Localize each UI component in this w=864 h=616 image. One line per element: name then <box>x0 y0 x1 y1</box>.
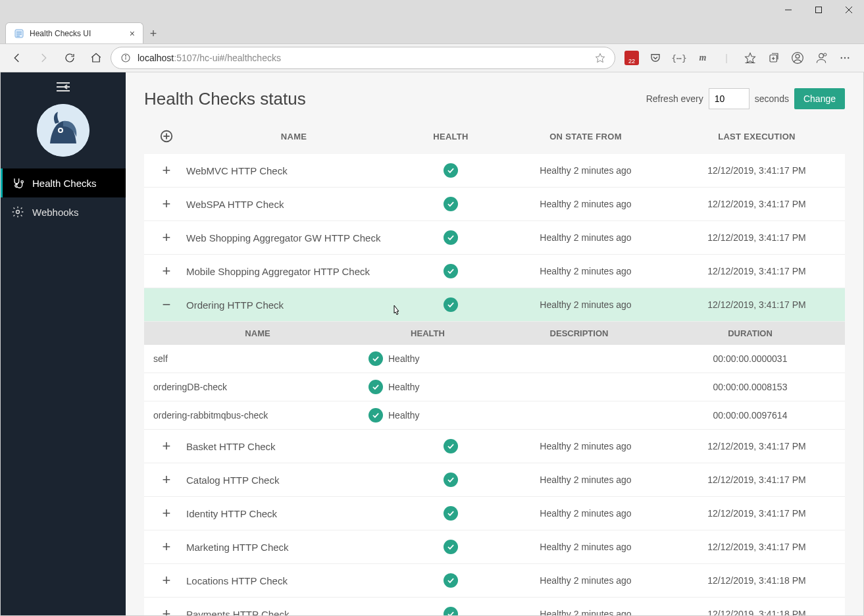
expand-toggle-icon[interactable]: + <box>147 195 186 213</box>
expand-toggle-icon[interactable]: + <box>147 471 186 488</box>
svg-point-10 <box>125 55 126 56</box>
refresh-button[interactable] <box>58 46 82 70</box>
window-maximize-button[interactable] <box>803 0 834 20</box>
sidebar-item-health-checks[interactable]: Health Checks <box>1 168 126 197</box>
row-last-execution: 12/12/2019, 3:41:18 PM <box>671 575 842 586</box>
expand-toggle-icon[interactable]: + <box>147 538 186 555</box>
table-row[interactable]: +WebSPA HTTP CheckHealthy 2 minutes ago1… <box>144 188 845 221</box>
row-health <box>401 540 500 554</box>
row-name: Mobile Shopping Aggregator HTTP Check <box>186 266 401 277</box>
heart-stethoscope-icon <box>11 176 24 190</box>
row-last-execution: 12/12/2019, 3:41:17 PM <box>671 508 842 519</box>
sub-row-duration: 00:00:00.0000031 <box>665 353 836 364</box>
row-last-execution: 12/12/2019, 3:41:17 PM <box>671 199 842 209</box>
sub-row: ordering-rabbitmqbus-checkHealthy00:00:0… <box>144 401 845 430</box>
svg-point-18 <box>796 55 800 59</box>
expand-toggle-icon[interactable]: − <box>147 296 186 313</box>
table-row[interactable]: +WebMVC HTTP CheckHealthy 2 minutes ago1… <box>144 154 845 188</box>
check-icon <box>444 297 458 312</box>
row-health <box>401 197 500 211</box>
tab-close-icon[interactable]: × <box>130 28 135 39</box>
new-tab-button[interactable]: + <box>143 24 163 43</box>
row-health <box>401 573 500 588</box>
site-info-icon[interactable] <box>120 53 131 63</box>
expand-toggle-icon[interactable]: + <box>147 162 186 179</box>
expand-all-icon[interactable] <box>147 129 186 143</box>
col-last: LAST EXECUTION <box>671 132 842 141</box>
row-state: Healthy 2 minutes ago <box>500 299 671 310</box>
check-icon <box>444 573 458 588</box>
browser-tab[interactable]: Health Checks UI × <box>5 22 143 43</box>
refresh-label-post: seconds <box>755 93 789 104</box>
favorites-button[interactable] <box>739 47 761 69</box>
row-health <box>401 506 500 521</box>
table-row[interactable]: +Web Shopping Aggregator GW HTTP CheckHe… <box>144 221 845 255</box>
favorite-star-icon[interactable] <box>595 53 605 63</box>
extension-pocket-icon[interactable] <box>644 47 667 69</box>
sidebar: Health ChecksWebhooks <box>1 72 126 615</box>
table-row[interactable]: +Mobile Shopping Aggregator HTTP CheckHe… <box>144 255 845 288</box>
expand-toggle-icon[interactable]: + <box>147 505 186 522</box>
check-icon <box>444 473 458 487</box>
table-row[interactable]: +Catalog HTTP CheckHealthy 2 minutes ago… <box>144 463 845 497</box>
row-state: Healthy 2 minutes ago <box>500 266 671 276</box>
main-content[interactable]: Health Checks status Refresh every secon… <box>126 72 863 615</box>
expand-toggle-icon[interactable]: + <box>147 263 186 280</box>
table-row[interactable]: +Identity HTTP CheckHealthy 2 minutes ag… <box>144 497 845 530</box>
sidebar-collapse-button[interactable] <box>1 72 126 101</box>
url-text: localhost:5107/hc-ui#/healthchecks <box>138 53 588 63</box>
check-icon <box>444 506 458 521</box>
table-row[interactable]: +Locations HTTP CheckHealthy 2 minutes a… <box>144 564 845 598</box>
sub-row: orderingDB-checkHealthy00:00:00.0008153 <box>144 373 845 401</box>
col-name: NAME <box>186 132 401 141</box>
svg-rect-7 <box>16 36 20 37</box>
sub-row-duration: 00:00:00.0008153 <box>665 382 836 392</box>
table-row[interactable]: +Payments HTTP CheckHealthy 2 minutes ag… <box>144 598 845 615</box>
more-menu-button[interactable] <box>834 47 856 69</box>
row-name: Identity HTTP Check <box>186 508 401 519</box>
check-icon <box>444 163 458 178</box>
table-row[interactable]: +Marketing HTTP CheckHealthy 2 minutes a… <box>144 530 845 564</box>
row-health <box>401 264 500 278</box>
window-minimize-button[interactable] <box>773 0 803 20</box>
browser-extensions: 22 {⋯} m | <box>618 47 859 69</box>
change-button[interactable]: Change <box>794 88 845 109</box>
expand-toggle-icon[interactable]: + <box>147 605 186 615</box>
table-row[interactable]: +Basket HTTP CheckHealthy 2 minutes ago1… <box>144 430 845 463</box>
expand-toggle-icon[interactable]: + <box>147 438 186 455</box>
check-icon <box>444 230 458 245</box>
sub-row-name: ordering-rabbitmqbus-check <box>153 410 362 421</box>
row-name: Web Shopping Aggregator GW HTTP Check <box>186 232 401 244</box>
window-close-button[interactable] <box>834 0 864 20</box>
expand-toggle-icon[interactable]: + <box>147 229 186 246</box>
svg-point-20 <box>824 53 826 56</box>
row-health <box>401 473 500 487</box>
svg-point-22 <box>844 57 846 59</box>
profile-alt-button[interactable] <box>810 47 832 69</box>
back-button[interactable] <box>5 46 29 70</box>
sub-row-health: Healthy <box>362 408 494 423</box>
row-state: Healthy 2 minutes ago <box>500 475 671 485</box>
extension-calendar-icon[interactable]: 22 <box>621 47 643 69</box>
check-icon <box>444 197 458 211</box>
sub-table: NAMEHEALTHDESCRIPTIONDURATIONselfHealthy… <box>144 322 845 430</box>
gear-icon <box>11 205 24 218</box>
address-bar[interactable]: localhost:5107/hc-ui#/healthchecks <box>111 47 615 69</box>
row-name: Ordering HTTP Check <box>186 299 401 311</box>
forward-button[interactable] <box>32 46 55 70</box>
extension-m-icon[interactable]: m <box>692 47 714 69</box>
row-state: Healthy 2 minutes ago <box>500 542 671 552</box>
home-button[interactable] <box>84 46 108 70</box>
extension-braces-icon[interactable]: {⋯} <box>668 47 690 69</box>
refresh-interval-input[interactable] <box>709 88 750 109</box>
table-row[interactable]: −Ordering HTTP CheckHealthy 2 minutes ag… <box>144 288 845 322</box>
row-state: Healthy 2 minutes ago <box>500 232 671 243</box>
collections-button[interactable] <box>763 47 785 69</box>
row-name: Marketing HTTP Check <box>186 542 401 553</box>
avatar <box>1 101 126 168</box>
row-last-execution: 12/12/2019, 3:41:17 PM <box>671 441 842 451</box>
sub-header-row: NAMEHEALTHDESCRIPTIONDURATION <box>144 322 845 345</box>
expand-toggle-icon[interactable]: + <box>147 572 186 589</box>
sidebar-item-webhooks[interactable]: Webhooks <box>1 197 126 226</box>
profile-button[interactable] <box>786 47 809 69</box>
